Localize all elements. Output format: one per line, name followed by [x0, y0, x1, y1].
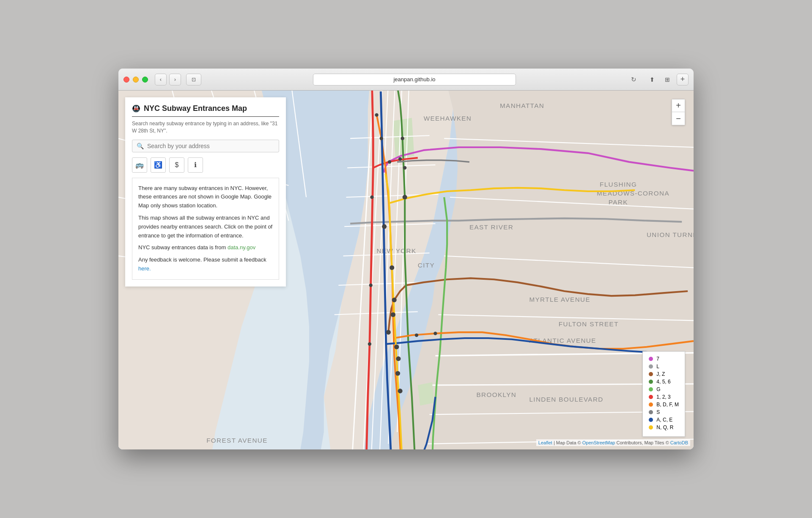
zoom-out-button[interactable]: − [672, 112, 685, 125]
svg-text:Flushing: Flushing [600, 181, 637, 188]
legend-label-456: 4, 5, 6 [656, 379, 670, 385]
info-para-2: This map shows all the subway entrances … [138, 214, 273, 240]
share-button[interactable]: ⬆ [646, 74, 658, 85]
minimize-button[interactable] [133, 77, 139, 83]
svg-point-53 [382, 224, 387, 229]
datanygov-link[interactable]: data.ny.gov [228, 244, 255, 251]
svg-text:NEW YORK: NEW YORK [377, 247, 417, 254]
cartodb-link[interactable]: CartoDB [670, 440, 688, 445]
zoom-controls: + − [672, 99, 685, 125]
svg-point-69 [375, 113, 378, 116]
tab-overview-button[interactable]: ⊞ [661, 74, 673, 85]
svg-text:MANHATTAN: MANHATTAN [500, 102, 544, 109]
info-para-1: There are many subway entrances in NYC. … [138, 184, 273, 210]
svg-point-65 [388, 160, 391, 163]
address-bar[interactable]: jeanpan.github.io [313, 74, 516, 85]
maximize-button[interactable] [142, 77, 148, 83]
legend-dot-l [649, 364, 653, 369]
url-text: jeanpan.github.io [318, 76, 511, 83]
legend-dot-456 [649, 380, 653, 384]
legend-dot-g [649, 387, 653, 391]
legend-dot-123 [649, 395, 653, 399]
osm-link[interactable]: OpenStreetMap [582, 440, 615, 445]
back-button[interactable]: ‹ [155, 74, 167, 85]
svg-point-52 [403, 195, 407, 199]
svg-point-59 [396, 356, 401, 361]
close-button[interactable] [123, 77, 129, 83]
svg-point-55 [392, 298, 397, 302]
legend-label-123: 1, 2, 3 [656, 394, 670, 400]
svg-text:CITY: CITY [418, 262, 435, 269]
svg-point-63 [433, 332, 437, 335]
legend-label-nqr: N, Q, R [656, 424, 673, 430]
free-filter-button[interactable]: $ [169, 157, 184, 173]
legend-dot-nqr [649, 425, 653, 430]
svg-point-72 [368, 342, 371, 346]
legend-item-jz: J, Z [649, 371, 679, 377]
nav-buttons: ‹ › [155, 74, 181, 85]
legend-item-ace: A, C, E [649, 417, 679, 423]
legend-item-7: 7 [649, 356, 679, 362]
subway-icon: 🚇 [132, 105, 140, 113]
svg-point-67 [401, 137, 404, 140]
sidebar-title-row: 🚇 NYC Subway Entrances Map [132, 104, 279, 117]
legend-item-g: G [649, 386, 679, 392]
svg-text:BROOKLYN: BROOKLYN [477, 391, 517, 398]
sidebar-panel: 🚇 NYC Subway Entrances Map Search nearby… [125, 97, 286, 287]
accessible-filter-button[interactable]: ♿ [151, 157, 166, 173]
info-para-3: NYC subway entrances data is from data.n… [138, 243, 273, 252]
legend-item-l: L [649, 364, 679, 369]
new-tab-button[interactable]: + [677, 74, 689, 85]
browser-window: ‹ › ⊡ jeanpan.github.io ↻ ⬆ ⊞ + [118, 69, 694, 449]
legend-dot-bdfm [649, 402, 653, 407]
legend-label-g: G [656, 386, 660, 392]
sidebar-description: Search nearby subway entrance by typing … [132, 120, 279, 135]
forward-button[interactable]: › [169, 74, 181, 85]
legend-dot-7 [649, 357, 653, 361]
svg-point-64 [403, 166, 406, 169]
svg-point-70 [370, 196, 373, 199]
svg-text:UNION TURNPIKE: UNION TURNPIKE [647, 231, 694, 238]
svg-text:East River: East River [469, 223, 513, 231]
legend-label-l: L [656, 364, 659, 369]
svg-point-60 [395, 371, 400, 376]
map-legend: 7 L J, Z 4, 5, 6 G [642, 351, 685, 437]
svg-point-57 [386, 330, 391, 335]
here-link[interactable]: here. [138, 265, 151, 272]
legend-label-jz: J, Z [656, 371, 665, 377]
attribution-contributors: Contributors, Map Tiles © [616, 440, 670, 445]
legend-item-nqr: N, Q, R [649, 424, 679, 430]
legend-label-s: S [656, 409, 660, 415]
map-attribution: Leaflet | Map Data © OpenStreetMap Contr… [536, 439, 690, 446]
legend-label-7: 7 [656, 356, 659, 362]
svg-text:WEEHAWKEN: WEEHAWKEN [424, 115, 472, 122]
search-input[interactable] [147, 143, 274, 149]
zoom-in-button[interactable]: + [672, 99, 685, 112]
page-content: MANHATTAN GUTTENBERG WEEHAWKEN NEW YORK … [118, 91, 694, 449]
legend-dot-jz [649, 372, 653, 376]
leaflet-link[interactable]: Leaflet [538, 440, 552, 445]
filter-buttons: 🚌 ♿ $ ℹ [132, 157, 279, 173]
svg-point-62 [415, 333, 418, 337]
svg-text:FOREST AVENUE: FOREST AVENUE [206, 437, 268, 444]
svg-point-56 [391, 312, 395, 317]
legend-dot-ace [649, 418, 653, 422]
reload-button[interactable]: ↻ [628, 74, 639, 85]
legend-item-s: S [649, 409, 679, 415]
subway-filter-button[interactable]: 🚌 [132, 157, 147, 173]
search-icon: 🔍 [137, 143, 144, 149]
title-bar: ‹ › ⊡ jeanpan.github.io ↻ ⬆ ⊞ + [118, 69, 694, 91]
legend-item-456: 4, 5, 6 [649, 379, 679, 385]
attribution-map-data: | Map Data © [554, 440, 582, 445]
svg-text:MYRTLE AVENUE: MYRTLE AVENUE [529, 296, 590, 303]
info-para-4: Any feedback is welcome. Please submit a… [138, 256, 273, 273]
legend-dot-s [649, 410, 653, 414]
svg-point-71 [369, 284, 373, 287]
info-filter-button[interactable]: ℹ [188, 157, 203, 173]
reader-view-button[interactable]: ⊡ [186, 74, 201, 85]
svg-text:Park: Park [609, 198, 628, 206]
sidebar-title: NYC Subway Entrances Map [144, 104, 247, 113]
legend-item-123: 1, 2, 3 [649, 394, 679, 400]
svg-text:LINDEN BOULEVARD: LINDEN BOULEVARD [529, 396, 603, 403]
legend-label-ace: A, C, E [656, 417, 672, 423]
